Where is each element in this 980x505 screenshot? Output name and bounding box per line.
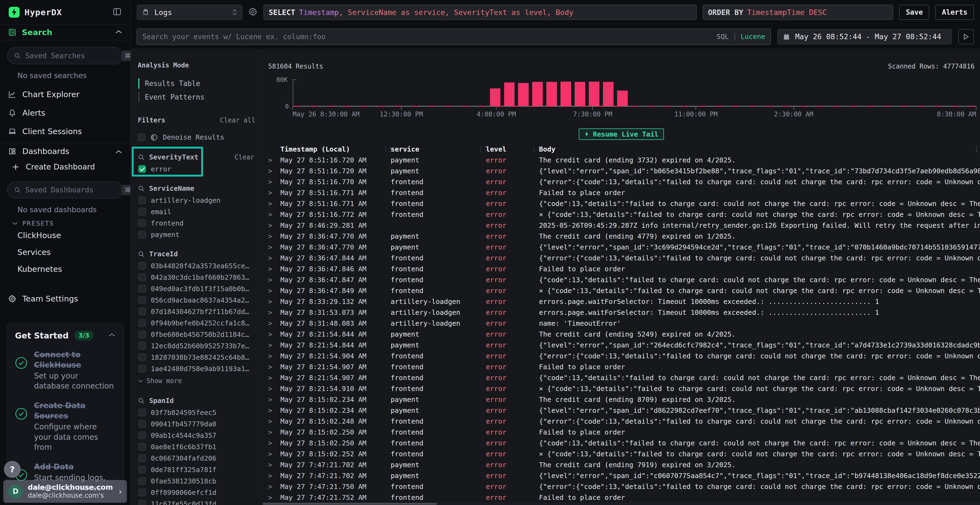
table-row[interactable]: >May 27 8:51:16.770 AMfrontenderror{"err… [268, 176, 980, 187]
filter-value-row[interactable]: frontend [138, 219, 255, 227]
row-expand-chevron[interactable]: > [268, 330, 280, 338]
checkbox[interactable] [138, 319, 146, 327]
checkbox[interactable] [138, 285, 146, 292]
histogram-bar[interactable] [532, 82, 543, 106]
checkbox[interactable] [138, 296, 146, 304]
filter-value-row[interactable]: 18287038b73e882425c64b8… [138, 354, 255, 361]
get-started-header[interactable]: Get Started 3/3 [15, 330, 115, 340]
table-row[interactable]: >May 27 8:21:54.844 AMpaymenterrorThe cr… [268, 329, 980, 340]
chevron-up-icon[interactable] [108, 333, 115, 338]
row-expand-chevron[interactable]: > [268, 221, 280, 229]
histogram-bar[interactable] [504, 83, 515, 106]
date-range-picker[interactable]: May 26 08:52:44 - May 27 08:52:44 [778, 29, 952, 44]
filter-value-row[interactable]: email [138, 208, 255, 215]
table-row[interactable]: >May 27 7:47:21.702 AMpaymenterrorThe cr… [268, 459, 980, 470]
table-row[interactable]: >May 27 8:15:02.234 AMpaymenterrorThe cr… [268, 394, 980, 405]
checkbox[interactable] [138, 262, 146, 270]
checkbox[interactable] [138, 477, 146, 485]
column-header-body[interactable]: Body [539, 145, 970, 153]
table-row[interactable]: >May 27 8:51:16.772 AMfrontenderror× {"c… [268, 209, 980, 220]
select-clause-editor[interactable]: SELECT Timestamp , ServiceName as servic… [264, 5, 697, 20]
filter-value-row[interactable]: 12ec8dd52b60b9525733b7e… [138, 342, 255, 349]
checkbox[interactable] [138, 133, 145, 141]
source-select[interactable]: Logs [137, 5, 242, 20]
table-row[interactable]: >May 27 8:36:47.770 AMpaymenterror{"leve… [268, 241, 980, 252]
query-language-toggle[interactable]: SQL | Lucene [716, 33, 765, 41]
filter-value-row[interactable]: 1ae42480d758e9ab91193a1… [138, 365, 255, 372]
sidebar-item-client-sessions[interactable]: Client Sessions [0, 122, 130, 141]
filter-value-row[interactable]: 049ed0ac3fdb1f3f15a0b0b… [138, 285, 255, 292]
table-row[interactable]: >May 27 8:15:02.250 AMfrontenderror{"cod… [268, 438, 980, 448]
histogram-bar[interactable] [490, 89, 501, 106]
table-row[interactable]: >May 27 8:36:47.770 AMpaymenterrorThe cr… [268, 231, 980, 241]
checkbox[interactable] [138, 208, 146, 216]
row-expand-chevron[interactable]: > [268, 254, 280, 262]
checkbox[interactable] [138, 353, 146, 361]
run-query-button[interactable] [958, 29, 974, 44]
saved-dashboards-field[interactable] [25, 186, 117, 194]
table-row[interactable]: >May 27 8:21:54.907 AMfrontenderror{"cod… [268, 372, 980, 383]
checkbox[interactable] [138, 165, 146, 173]
table-row[interactable]: >May 27 7:47:21.752 AMfrontenderrorFaile… [268, 492, 980, 503]
help-button[interactable]: ? [4, 461, 21, 478]
column-resize-handle[interactable]: ⋮⋮ [478, 146, 486, 152]
table-row[interactable]: >May 27 8:51:16.771 AMfrontenderror{"cod… [268, 198, 980, 209]
table-row[interactable]: >May 27 8:21:54.904 AMfrontenderror{"err… [268, 351, 980, 361]
column-header-level[interactable]: level [486, 145, 531, 153]
table-row[interactable]: >May 27 8:15:02.234 AMpaymenterror{"leve… [268, 405, 980, 416]
row-expand-chevron[interactable]: > [268, 265, 280, 273]
histogram-bar[interactable] [560, 82, 571, 106]
checkbox[interactable] [138, 454, 146, 462]
row-expand-chevron[interactable]: > [268, 439, 280, 447]
filter-value-row[interactable]: 0c0667304fafd206 [138, 455, 255, 462]
table-row[interactable]: >May 27 8:46:29.281 AMerror2025-05-26T09… [268, 220, 980, 231]
sidebar-item-search[interactable]: Search [0, 24, 130, 40]
filter-value-row[interactable]: 0ff8990066efcf1d [138, 489, 255, 496]
filter-value-row[interactable]: 09ab1c4544c9a357 [138, 432, 255, 439]
sidebar-item-clickhouse[interactable]: ClickHouse [0, 227, 130, 244]
mode-lucene-label[interactable]: Lucene [741, 33, 765, 41]
filter-value-row[interactable]: 07d184304627bf2f11b67dd… [138, 308, 255, 315]
table-row[interactable]: >May 27 8:51:16.720 AMpaymenterrorThe cr… [268, 154, 980, 165]
clear-all-filters-link[interactable]: Clear all [220, 116, 255, 124]
column-resize-handle[interactable]: ⋮⋮ [531, 146, 539, 152]
histogram-bar[interactable] [589, 82, 600, 106]
chevron-up-icon[interactable] [115, 30, 122, 35]
sidebar-item-services[interactable]: Services [0, 244, 130, 260]
column-resize-handle[interactable]: ⋮⋮ [382, 146, 391, 152]
checkbox[interactable] [138, 231, 146, 238]
presets-toggle[interactable]: PRESETS [12, 220, 130, 227]
filter-value-row[interactable]: 0de781ff325a781f [138, 466, 255, 473]
saved-dashboards-input[interactable]: ⌘K [7, 181, 123, 199]
row-expand-chevron[interactable]: > [268, 450, 280, 458]
table-row[interactable]: >May 27 8:15:02.248 AMfrontenderror{"err… [268, 416, 980, 427]
row-expand-chevron[interactable]: > [268, 167, 280, 175]
show-more-link[interactable]: Show more [138, 377, 255, 385]
order-by-editor[interactable]: ORDER BY TimestampTime DESC [703, 5, 893, 20]
checkbox[interactable] [138, 443, 146, 451]
sidebar-item-dashboards[interactable]: Dashboards [0, 143, 130, 159]
scrollbar-thumb[interactable] [263, 503, 437, 505]
row-expand-chevron[interactable]: > [268, 428, 280, 436]
row-expand-chevron[interactable]: > [268, 243, 280, 251]
get-started-item-sources[interactable]: Create Data Sources Configure where your… [15, 400, 115, 453]
event-search-field[interactable] [142, 33, 716, 41]
row-expand-chevron[interactable]: > [268, 287, 280, 295]
table-row[interactable]: >May 27 8:15:02.252 AMfrontenderror× {"c… [268, 448, 980, 459]
row-expand-chevron[interactable]: > [268, 319, 280, 327]
row-expand-chevron[interactable]: > [268, 232, 280, 240]
analysis-mode-tab[interactable]: Results Table [138, 77, 255, 91]
filter-value-row[interactable]: artillery-loadgen [138, 197, 255, 204]
row-expand-chevron[interactable]: > [268, 483, 280, 491]
table-row[interactable]: >May 27 8:36:47.846 AMfrontenderrorFaile… [268, 264, 980, 274]
column-header-service[interactable]: service [391, 145, 478, 153]
table-row[interactable]: >May 27 8:21:54.907 AMfrontenderrorFaile… [268, 361, 980, 372]
row-expand-chevron[interactable]: > [268, 363, 280, 371]
row-expand-chevron[interactable]: > [268, 461, 280, 469]
denoise-results-checkbox[interactable]: Denoise Results [138, 133, 255, 141]
filter-value-row[interactable]: 0ae8e1f6c6b37fb1 [138, 443, 255, 450]
sidebar-item-kubernetes[interactable]: Kubernetes [0, 260, 130, 278]
row-expand-chevron[interactable]: > [268, 189, 280, 197]
table-row[interactable]: >May 27 8:33:29.132 AMartillery-loadgene… [268, 296, 980, 307]
table-row[interactable]: >May 27 8:36:47.849 AMfrontenderror× {"c… [268, 285, 980, 296]
